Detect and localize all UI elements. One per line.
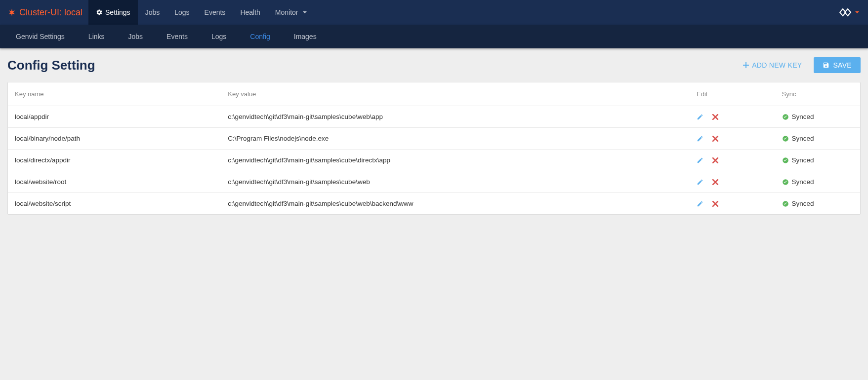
table-row: local/website/scriptc:\genvidtech\git\df… (8, 193, 860, 215)
cell-edit (690, 128, 775, 150)
page-header: Config Setting ADD NEW KEY SAVE (7, 57, 861, 73)
cell-key-name: local/website/script (8, 193, 221, 215)
brand[interactable]: Cluster-UI: local (7, 7, 88, 18)
top-nav-item-settings[interactable]: Settings (88, 0, 138, 25)
chevron-down-icon (855, 11, 859, 13)
edit-icon (697, 157, 703, 164)
top-nav-label: Monitor (275, 8, 298, 16)
cell-key-name: local/website/root (8, 171, 221, 193)
top-nav-item-monitor[interactable]: Monitor (268, 0, 314, 25)
delete-button[interactable] (712, 136, 718, 142)
cell-key-value: c:\genvidtech\git\df3\main-git\samples\c… (221, 193, 690, 215)
edit-button[interactable] (697, 114, 703, 120)
table-row: local/website/rootc:\genvidtech\git\df3\… (8, 171, 860, 193)
sync-status: Synced (792, 135, 814, 142)
brand-text: Cluster-UI: local (19, 7, 83, 18)
cell-edit (690, 150, 775, 171)
top-nav-item-health[interactable]: Health (233, 0, 267, 25)
sub-nav-item-jobs[interactable]: Jobs (117, 25, 155, 48)
add-new-key-label: ADD NEW KEY (752, 61, 802, 69)
edit-icon (697, 114, 703, 120)
edit-icon (697, 179, 703, 186)
sync-status: Synced (792, 113, 814, 120)
header-key-name: Key name (8, 82, 221, 106)
sub-nav-item-genvid-settings[interactable]: Genvid Settings (4, 25, 77, 48)
cell-sync: Synced (775, 193, 861, 215)
delete-icon (712, 136, 718, 142)
gear-icon (96, 9, 103, 16)
plus-icon (743, 62, 749, 68)
cell-key-value: c:\genvidtech\git\df3\main-git\samples\c… (221, 150, 690, 171)
sub-nav: Genvid SettingsLinksJobsEventsLogsConfig… (0, 25, 868, 48)
asterisk-icon (7, 8, 16, 17)
cell-sync: Synced (775, 128, 861, 150)
sync-status: Synced (792, 200, 814, 207)
cell-edit (690, 171, 775, 193)
add-new-key-button[interactable]: ADD NEW KEY (738, 57, 807, 73)
sub-nav-item-config[interactable]: Config (238, 25, 282, 48)
table-row: local/directx/appdirc:\genvidtech\git\df… (8, 150, 860, 171)
top-nav: Cluster-UI: local SettingsJobsLogsEvents… (0, 0, 868, 25)
header-edit: Edit (690, 82, 775, 106)
cell-key-name: local/directx/appdir (8, 150, 221, 171)
delete-button[interactable] (712, 114, 718, 120)
top-nav-item-events[interactable]: Events (197, 0, 233, 25)
top-nav-label: Events (205, 8, 226, 16)
sync-status: Synced (792, 156, 814, 164)
page-body: Config Setting ADD NEW KEY SAVE Key name… (0, 48, 868, 229)
check-circle-icon (782, 114, 789, 120)
config-table: Key name Key value Edit Sync local/appdi… (8, 82, 860, 214)
edit-button[interactable] (697, 157, 703, 164)
edit-button[interactable] (697, 200, 703, 207)
delete-button[interactable] (712, 179, 718, 185)
cell-sync: Synced (775, 150, 861, 171)
config-table-panel: Key name Key value Edit Sync local/appdi… (7, 82, 861, 215)
top-nav-label: Logs (174, 8, 189, 16)
table-row: local/appdirc:\genvidtech\git\df3\main-g… (8, 106, 860, 128)
sub-nav-item-events[interactable]: Events (155, 25, 200, 48)
save-button[interactable]: SAVE (814, 57, 861, 73)
cell-sync: Synced (775, 171, 861, 193)
top-nav-label: Settings (105, 8, 130, 16)
cell-key-name: local/binary/node/path (8, 128, 221, 150)
header-actions: ADD NEW KEY SAVE (738, 57, 861, 73)
edit-button[interactable] (697, 179, 703, 186)
check-circle-icon (782, 135, 789, 142)
cell-key-value: c:\genvidtech\git\df3\main-git\samples\c… (221, 106, 690, 128)
page-title: Config Setting (7, 58, 738, 73)
save-icon (823, 62, 829, 69)
header-sync: Sync (775, 82, 861, 106)
cell-key-name: local/appdir (8, 106, 221, 128)
delete-icon (712, 201, 718, 207)
logo-icon[interactable] (830, 8, 868, 17)
sync-status: Synced (792, 178, 814, 186)
cell-sync: Synced (775, 106, 861, 128)
edit-button[interactable] (697, 135, 703, 142)
save-label: SAVE (833, 61, 852, 69)
top-nav-items: SettingsJobsLogsEventsHealthMonitor (88, 0, 314, 25)
genvid-logo-icon (839, 8, 853, 17)
table-row: local/binary/node/pathC:\Program Files\n… (8, 128, 860, 150)
delete-icon (712, 179, 718, 185)
header-key-value: Key value (221, 82, 690, 106)
delete-icon (712, 114, 718, 120)
sub-nav-item-links[interactable]: Links (77, 25, 117, 48)
check-circle-icon (782, 179, 789, 186)
delete-icon (712, 157, 718, 163)
check-circle-icon (782, 157, 789, 164)
edit-icon (697, 135, 703, 142)
top-nav-item-jobs[interactable]: Jobs (138, 0, 167, 25)
cell-edit (690, 106, 775, 128)
top-nav-label: Jobs (145, 8, 160, 16)
check-circle-icon (782, 200, 789, 207)
cell-key-value: c:\genvidtech\git\df3\main-git\samples\c… (221, 171, 690, 193)
sub-nav-item-images[interactable]: Images (282, 25, 329, 48)
top-nav-label: Health (240, 8, 260, 16)
top-nav-item-logs[interactable]: Logs (167, 0, 197, 25)
sub-nav-item-logs[interactable]: Logs (200, 25, 238, 48)
delete-button[interactable] (712, 157, 718, 163)
chevron-down-icon (303, 11, 307, 13)
edit-icon (697, 200, 703, 207)
delete-button[interactable] (712, 201, 718, 207)
cell-key-value: C:\Program Files\nodejs\node.exe (221, 128, 690, 150)
